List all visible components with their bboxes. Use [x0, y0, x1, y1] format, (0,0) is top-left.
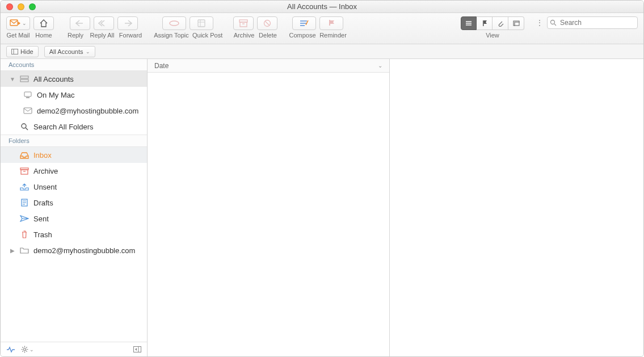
svg-rect-20 — [12, 49, 18, 54]
compose-button[interactable] — [292, 16, 316, 30]
toolbar: ⌄ Get Mail Home Reply Reply All Forward — [1, 13, 643, 44]
view-window-mode[interactable] — [508, 16, 524, 30]
sent-icon — [20, 215, 29, 222]
view-flag-mode[interactable] — [477, 16, 493, 30]
search-icon — [20, 123, 29, 131]
svg-point-18 — [551, 20, 555, 24]
home-button[interactable] — [33, 16, 54, 30]
view-attachment-mode[interactable] — [493, 16, 508, 30]
assign-topic-button[interactable] — [162, 16, 186, 30]
view-segmented-control — [461, 16, 524, 30]
svg-rect-4 — [240, 22, 247, 27]
accounts-header: Accounts — [1, 59, 147, 71]
folders-header: Folders — [1, 135, 147, 147]
sidebar-item-label: demo2@myhostingbubble.com — [37, 107, 138, 115]
archive-icon — [20, 167, 29, 175]
reminder-button[interactable] — [319, 16, 343, 30]
search-menu-icon[interactable]: ⋮ — [536, 18, 544, 27]
archive-button[interactable] — [233, 16, 254, 30]
disclosure-triangle-icon[interactable]: ▼ — [10, 76, 15, 82]
computer-icon — [23, 91, 32, 99]
sidebar: Accounts ▼ All Accounts On My Mac demo2@… — [1, 59, 148, 356]
reminder-label: Reminder — [319, 32, 347, 39]
sidebar-item-trash[interactable]: ▼ Trash — [1, 226, 147, 242]
reply-button[interactable] — [70, 16, 90, 30]
svg-rect-30 — [21, 170, 28, 174]
content-area: Accounts ▼ All Accounts On My Mac demo2@… — [1, 59, 643, 356]
scope-label: All Accounts — [49, 48, 83, 55]
svg-rect-26 — [24, 108, 32, 114]
preview-pane — [390, 59, 643, 356]
sidebar-item-sent[interactable]: ▼ Sent — [1, 211, 147, 226]
svg-rect-24 — [24, 92, 31, 96]
list-column-header[interactable]: Date ⌄ — [148, 59, 389, 73]
accounts-icon — [20, 75, 29, 83]
date-column-label: Date — [154, 62, 169, 70]
svg-rect-15 — [483, 20, 484, 26]
sidebar-footer: ⌄ — [1, 342, 147, 356]
sidebar-item-label: Inbox — [33, 151, 52, 159]
sidebar-item-archive[interactable]: ▼ Archive — [1, 163, 147, 179]
svg-line-7 — [265, 21, 270, 26]
sidebar-item-inbox[interactable]: ▼ Inbox — [1, 147, 147, 163]
search-icon — [550, 19, 557, 26]
hide-label: Hide — [20, 48, 33, 55]
svg-line-44 — [26, 347, 27, 348]
message-list-body — [148, 73, 389, 356]
sidebar-item-on-my-mac[interactable]: On My Mac — [1, 87, 147, 103]
sidebar-item-unsent[interactable]: ▼ Unsent — [1, 179, 147, 195]
envelope-icon — [23, 107, 32, 114]
svg-line-19 — [554, 24, 556, 26]
search-input[interactable] — [547, 16, 638, 29]
get-mail-label: Get Mail — [6, 32, 30, 39]
sidebar-item-label: Unsent — [33, 183, 57, 191]
view-list-mode[interactable] — [461, 16, 477, 30]
get-mail-button[interactable]: ⌄ — [6, 16, 30, 30]
filter-bar: Hide All Accounts ⌄ — [1, 44, 643, 59]
scope-dropdown[interactable]: All Accounts ⌄ — [44, 46, 95, 57]
svg-point-27 — [22, 124, 26, 128]
hide-sidebar-button[interactable]: Hide — [6, 46, 39, 57]
sidebar-item-demo2-account[interactable]: demo2@myhostingbubble.com — [1, 103, 147, 119]
svg-line-41 — [22, 347, 23, 348]
archive-label: Archive — [233, 32, 255, 39]
svg-line-28 — [26, 128, 28, 130]
sidebar-item-label: demo2@myhostingbubble.com — [33, 246, 135, 255]
sidebar-item-all-accounts[interactable]: ▼ All Accounts — [1, 71, 147, 87]
sidebar-item-label: Drafts — [33, 199, 53, 207]
svg-rect-2 — [198, 20, 205, 27]
sidebar-item-label: Search All Folders — [33, 123, 94, 131]
home-label: Home — [33, 32, 54, 39]
sidebar-item-label: All Accounts — [33, 75, 74, 83]
delete-button[interactable] — [257, 16, 277, 30]
window-title: All Accounts — Inbox — [1, 2, 643, 11]
forward-label: Forward — [119, 32, 142, 39]
trash-icon — [20, 230, 29, 238]
sidebar-item-account-folder[interactable]: ▶ demo2@myhostingbubble.com — [1, 242, 147, 258]
drafts-icon — [20, 199, 29, 207]
folder-icon — [20, 247, 29, 254]
quick-post-button[interactable] — [190, 16, 213, 30]
sidebar-item-search-all[interactable]: ▼ Search All Folders — [1, 119, 147, 135]
app-window: All Accounts — Inbox ⌄ Get Mail Home — [0, 0, 644, 357]
svg-rect-23 — [20, 79, 28, 82]
toggle-pane-icon[interactable] — [133, 346, 141, 352]
titlebar: All Accounts — Inbox — [1, 1, 643, 13]
reply-all-label: Reply All — [89, 32, 115, 39]
svg-line-42 — [26, 351, 27, 352]
quick-post-label: Quick Post — [192, 32, 222, 39]
svg-rect-0 — [10, 20, 18, 26]
sidebar-item-label: Trash — [33, 230, 52, 239]
gear-icon[interactable]: ⌄ — [21, 346, 34, 353]
disclosure-triangle-icon[interactable]: ▶ — [10, 247, 15, 254]
reply-all-button[interactable] — [94, 16, 114, 30]
activity-icon[interactable] — [6, 346, 15, 353]
view-label: View — [486, 32, 499, 39]
svg-rect-11 — [329, 20, 330, 26]
forward-button[interactable] — [117, 16, 138, 30]
svg-rect-22 — [20, 76, 28, 78]
sidebar-item-drafts[interactable]: ▼ Drafts — [1, 195, 147, 211]
assign-topic-label: Assign Topic — [154, 32, 189, 39]
sort-chevron-icon[interactable]: ⌄ — [378, 62, 382, 69]
svg-rect-45 — [134, 347, 141, 352]
